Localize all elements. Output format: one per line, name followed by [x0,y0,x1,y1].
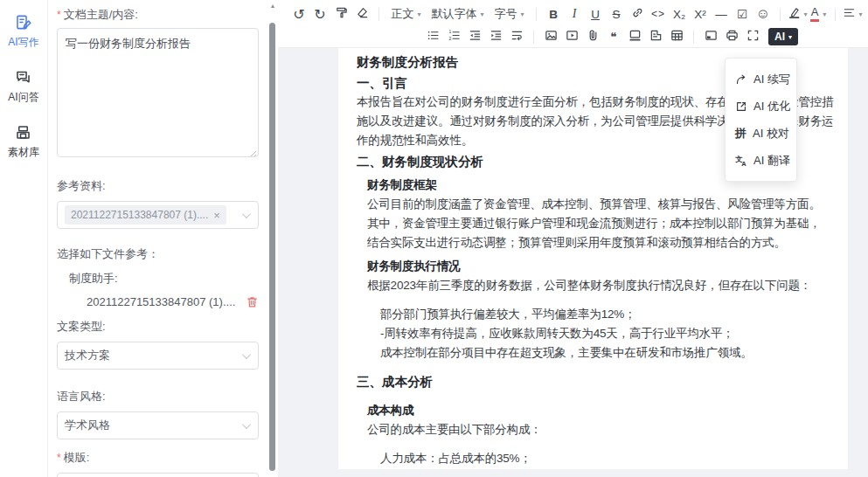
reference-file-tag-text: 2021122715133847807 (1).... [71,209,208,221]
caret-down-icon: ▾ [823,10,826,18]
doc-line: 公司的成本主要由以下部分构成： [367,420,830,439]
ordered-list-icon[interactable] [444,27,463,46]
editor-area: ↺ ↻ [278,0,868,477]
toolbar-separator [780,8,781,21]
scroll-up-icon[interactable]: ▲ [267,3,278,9]
ai-optimize-item[interactable]: AI 优化 [726,93,796,120]
video-icon[interactable] [562,27,581,46]
toolbar-row-1: ↺ ↻ [288,3,863,25]
toolbar-separator [835,8,836,21]
caret-down-icon: ▾ [481,10,484,18]
rail-item-library[interactable]: 素材库 [8,124,39,160]
left-rail: AI写作 AI问答 素材库 [0,0,48,477]
rail-item-ai-qa[interactable]: AI问答 [8,69,38,105]
assistant-label: 制度助手: [69,271,259,287]
subscript-icon[interactable]: X₂ [670,4,689,24]
editor-toolbar: ↺ ↻ [278,0,868,48]
caret-down-icon: ▾ [788,33,792,41]
toolbar-row-2: ❝ [288,25,863,48]
bullet-list-icon[interactable] [423,27,442,46]
caret-down-icon: ▾ [859,10,863,18]
inline-code-icon[interactable]: <> [649,4,668,24]
chat-icon [15,69,32,86]
table-icon[interactable] [667,27,686,46]
blockquote-icon[interactable]: ❝ [604,27,623,46]
panel-scrollbar[interactable]: ▲ [267,0,278,477]
ai-optimize-icon [735,100,747,113]
link-icon[interactable] [628,4,647,24]
toolbar-separator [536,8,537,21]
language-style-label: 语言风格: [57,389,259,404]
copy-type-value: 技术方案 [65,348,110,363]
ai-translate-item[interactable]: AI 翻译 [726,147,796,174]
file-reference-section-label: 选择如下文件参考： [57,246,259,262]
font-color-icon[interactable]: A ▾ [809,4,828,24]
tag-close-icon[interactable]: × [213,210,220,221]
toolbar-separator [533,31,534,44]
strikethrough-icon[interactable]: S [607,4,626,24]
ai-dropdown-button[interactable]: AI ▾ [768,28,798,45]
language-style-select[interactable]: 学术风格 [57,411,259,439]
scrollbar-thumb[interactable] [269,23,275,471]
italic-icon[interactable]: I [565,4,584,24]
paragraph-style-dropdown[interactable]: 正文 ▾ [386,4,426,24]
attachment-icon[interactable] [583,27,602,46]
caret-down-icon: ▾ [804,10,808,18]
doc-line: 其中，资金管理主要通过银行账户管理和现金流预测进行；成本控制以部门预算为基础， [367,214,830,233]
doc-line: 根据2023年前三季度的财务数据，公司整体财务制度执行情况良好，但存在以下问题： [367,276,830,295]
chevron-down-icon [242,420,251,429]
outdent-icon[interactable] [465,27,484,46]
ai-dropdown-menu: AI 续写 AI 优化 拼 AI 校对 AI 翻译 [725,58,797,182]
ai-continue-item[interactable]: AI 续写 [726,66,796,93]
copy-type-select[interactable]: 技术方案 [57,342,259,370]
task-list-icon[interactable]: ☑ [733,4,752,24]
emoji-icon[interactable]: ☺ [753,4,773,24]
align-dropdown[interactable]: ▾ [843,4,862,24]
doc-line: 公司目前的制度涵盖了资金管理、成本控制、预算管理、核算与报告、风险管理等方面。 [367,195,830,214]
doc-line: 财务制度执行情况 [367,257,830,276]
topic-label: *文档主题/内容: [57,7,259,23]
text-wrap-icon[interactable] [507,27,526,46]
print-icon[interactable] [722,27,741,46]
code-block-icon[interactable] [646,27,665,46]
horizontal-rule-icon[interactable]: — [712,4,731,24]
doc-line: 人力成本：占总成本的35%； [380,449,830,468]
image-icon[interactable] [541,27,560,46]
ai-translate-icon [735,155,747,167]
language-style-value: 学术风格 [65,418,110,433]
doc-line: 成本控制在部分项目中存在超支现象，主要集中在研发和市场推广领域。 [380,343,830,363]
bold-icon[interactable]: B [544,4,563,24]
format-painter-icon[interactable] [331,4,351,24]
ai-proofread-item[interactable]: 拼 AI 校对 [726,120,796,147]
caret-down-icon: ▾ [520,10,524,18]
indent-icon[interactable] [486,27,505,46]
fullscreen-icon[interactable] [743,27,762,46]
doc-line: -周转效率有待提高，应收账款周转天数为45天，高于行业平均水平； [380,324,830,343]
doc-pen-icon [15,14,32,31]
undo-icon[interactable]: ↺ [289,4,309,24]
ai-continue-icon [735,73,747,86]
reference-file-tag: 2021122715133847807 (1).... × [65,205,226,225]
topic-input[interactable]: 写一份财务制度分析报告 [57,28,259,157]
archive-icon [15,124,32,142]
toolbar-separator [693,31,694,44]
clear-format-icon[interactable] [352,4,372,24]
divider-block-icon[interactable] [625,27,644,46]
redo-icon[interactable]: ↻ [310,4,330,24]
highlight-color-icon[interactable]: ▾ [788,4,807,24]
font-size-dropdown[interactable]: 字号 ▾ [490,4,529,24]
delete-file-icon[interactable] [246,295,259,308]
template-label: *模版: [57,450,259,466]
chevron-down-icon [242,350,251,359]
underline-icon[interactable]: U [586,4,605,24]
caret-down-icon: ▾ [418,10,421,18]
required-asterisk: * [57,452,61,464]
rail-item-ai-write[interactable]: AI写作 [8,14,38,50]
copy-type-label: 文案类型: [57,319,259,335]
panel-icon[interactable] [701,27,720,46]
superscript-icon[interactable]: X² [691,4,710,24]
reference-select[interactable]: 2021122715133847807 (1).... × [57,201,259,229]
template-select[interactable]: 通用模板 ✓ [57,473,259,477]
doc-line: 成本构成 [367,401,830,420]
font-family-dropdown[interactable]: 默认字体 ▾ [427,4,488,24]
